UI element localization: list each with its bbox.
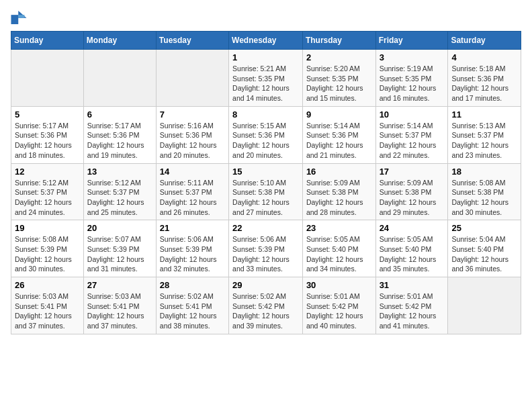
day-info: Sunrise: 5:13 AMSunset: 5:37 PMDaylight:… (451, 121, 517, 161)
day-number: 5 (15, 109, 80, 120)
day-number: 13 (87, 167, 152, 177)
day-number: 9 (306, 109, 372, 120)
svg-marker-2 (18, 15, 24, 18)
day-number: 22 (232, 223, 299, 233)
day-number: 20 (87, 223, 152, 233)
day-info: Sunrise: 5:16 AMSunset: 5:36 PMDaylight:… (160, 121, 225, 161)
day-info: Sunrise: 5:06 AMSunset: 5:39 PMDaylight:… (160, 234, 225, 274)
day-number: 17 (380, 167, 445, 177)
calendar-cell: 4Sunrise: 5:18 AMSunset: 5:36 PMDaylight… (448, 50, 521, 107)
day-info: Sunrise: 5:14 AMSunset: 5:37 PMDaylight:… (380, 121, 445, 161)
calendar-cell: 21Sunrise: 5:06 AMSunset: 5:39 PMDayligh… (156, 220, 228, 277)
day-number: 26 (15, 280, 80, 290)
calendar-cell: 6Sunrise: 5:17 AMSunset: 5:36 PMDaylight… (83, 106, 156, 163)
day-info: Sunrise: 5:04 AMSunset: 5:40 PMDaylight:… (451, 234, 517, 274)
header (11, 11, 521, 24)
calendar-cell (83, 50, 156, 107)
header-day-wednesday: Wednesday (229, 32, 303, 50)
calendar-cell: 23Sunrise: 5:05 AMSunset: 5:40 PMDayligh… (302, 220, 375, 277)
calendar-cell: 12Sunrise: 5:12 AMSunset: 5:37 PMDayligh… (11, 163, 84, 220)
day-info: Sunrise: 5:08 AMSunset: 5:38 PMDaylight:… (451, 178, 517, 218)
header-row: SundayMondayTuesdayWednesdayThursdayFrid… (11, 32, 521, 50)
day-info: Sunrise: 5:01 AMSunset: 5:42 PMDaylight:… (380, 291, 445, 331)
calendar-cell: 14Sunrise: 5:11 AMSunset: 5:37 PMDayligh… (156, 163, 228, 220)
day-info: Sunrise: 5:17 AMSunset: 5:36 PMDaylight:… (15, 121, 80, 161)
header-day-thursday: Thursday (302, 32, 375, 50)
calendar-cell: 29Sunrise: 5:02 AMSunset: 5:42 PMDayligh… (229, 277, 303, 334)
calendar-cell: 5Sunrise: 5:17 AMSunset: 5:36 PMDaylight… (11, 106, 84, 163)
calendar-cell: 2Sunrise: 5:20 AMSunset: 5:35 PMDaylight… (302, 50, 375, 107)
day-number: 28 (160, 280, 225, 290)
calendar-cell: 10Sunrise: 5:14 AMSunset: 5:37 PMDayligh… (375, 106, 448, 163)
day-number: 4 (451, 52, 517, 62)
day-number: 7 (160, 109, 225, 120)
calendar-cell (156, 50, 228, 107)
day-info: Sunrise: 5:15 AMSunset: 5:36 PMDaylight:… (232, 121, 299, 161)
calendar-cell: 11Sunrise: 5:13 AMSunset: 5:37 PMDayligh… (448, 106, 521, 163)
calendar-cell: 15Sunrise: 5:10 AMSunset: 5:38 PMDayligh… (229, 163, 303, 220)
day-info: Sunrise: 5:11 AMSunset: 5:37 PMDaylight:… (160, 178, 225, 218)
calendar-cell: 28Sunrise: 5:02 AMSunset: 5:41 PMDayligh… (156, 277, 228, 334)
day-info: Sunrise: 5:20 AMSunset: 5:35 PMDaylight:… (306, 64, 372, 103)
day-info: Sunrise: 5:10 AMSunset: 5:38 PMDaylight:… (232, 178, 299, 218)
calendar-cell: 18Sunrise: 5:08 AMSunset: 5:38 PMDayligh… (448, 163, 521, 220)
day-number: 2 (306, 52, 372, 62)
week-row-1: 5Sunrise: 5:17 AMSunset: 5:36 PMDaylight… (11, 106, 521, 163)
day-info: Sunrise: 5:03 AMSunset: 5:41 PMDaylight:… (15, 291, 80, 331)
day-number: 18 (451, 167, 517, 177)
day-info: Sunrise: 5:17 AMSunset: 5:36 PMDaylight:… (87, 121, 152, 161)
logo (11, 11, 30, 24)
day-info: Sunrise: 5:18 AMSunset: 5:36 PMDaylight:… (451, 64, 517, 103)
day-number: 6 (87, 109, 152, 120)
week-row-4: 26Sunrise: 5:03 AMSunset: 5:41 PMDayligh… (11, 277, 521, 334)
calendar-cell: 8Sunrise: 5:15 AMSunset: 5:36 PMDaylight… (229, 106, 303, 163)
svg-rect-0 (11, 15, 18, 24)
week-row-2: 12Sunrise: 5:12 AMSunset: 5:37 PMDayligh… (11, 163, 521, 220)
day-info: Sunrise: 5:19 AMSunset: 5:35 PMDaylight:… (380, 64, 445, 103)
day-info: Sunrise: 5:02 AMSunset: 5:41 PMDaylight:… (160, 291, 225, 331)
day-info: Sunrise: 5:12 AMSunset: 5:37 PMDaylight:… (15, 178, 80, 218)
header-day-saturday: Saturday (448, 32, 521, 50)
calendar-cell: 1Sunrise: 5:21 AMSunset: 5:35 PMDaylight… (229, 50, 303, 107)
day-info: Sunrise: 5:05 AMSunset: 5:40 PMDaylight:… (306, 234, 372, 274)
week-row-3: 19Sunrise: 5:08 AMSunset: 5:39 PMDayligh… (11, 220, 521, 277)
day-info: Sunrise: 5:01 AMSunset: 5:42 PMDaylight:… (306, 291, 372, 331)
day-info: Sunrise: 5:21 AMSunset: 5:35 PMDaylight:… (232, 64, 299, 103)
day-info: Sunrise: 5:02 AMSunset: 5:42 PMDaylight:… (232, 291, 299, 331)
calendar-cell: 19Sunrise: 5:08 AMSunset: 5:39 PMDayligh… (11, 220, 84, 277)
week-row-0: 1Sunrise: 5:21 AMSunset: 5:35 PMDaylight… (11, 50, 521, 107)
logo-icon (11, 11, 27, 24)
day-number: 25 (451, 223, 517, 233)
day-number: 30 (306, 280, 372, 290)
day-number: 27 (87, 280, 152, 290)
day-number: 11 (451, 109, 517, 120)
day-number: 15 (232, 167, 299, 177)
header-day-monday: Monday (83, 32, 156, 50)
calendar-cell: 24Sunrise: 5:05 AMSunset: 5:40 PMDayligh… (375, 220, 448, 277)
header-day-tuesday: Tuesday (156, 32, 228, 50)
day-number: 21 (160, 223, 225, 233)
calendar-cell (11, 50, 84, 107)
header-day-sunday: Sunday (11, 32, 84, 50)
day-number: 3 (380, 52, 445, 62)
calendar-cell: 7Sunrise: 5:16 AMSunset: 5:36 PMDaylight… (156, 106, 228, 163)
calendar-cell: 26Sunrise: 5:03 AMSunset: 5:41 PMDayligh… (11, 277, 84, 334)
calendar-cell: 25Sunrise: 5:04 AMSunset: 5:40 PMDayligh… (448, 220, 521, 277)
day-info: Sunrise: 5:05 AMSunset: 5:40 PMDaylight:… (380, 234, 445, 274)
day-number: 16 (306, 167, 372, 177)
day-number: 8 (232, 109, 299, 120)
day-number: 10 (380, 109, 445, 120)
calendar-cell (448, 277, 521, 334)
day-number: 14 (160, 167, 225, 177)
day-number: 23 (306, 223, 372, 233)
day-number: 24 (380, 223, 445, 233)
day-info: Sunrise: 5:08 AMSunset: 5:39 PMDaylight:… (15, 234, 80, 274)
calendar-cell: 31Sunrise: 5:01 AMSunset: 5:42 PMDayligh… (375, 277, 448, 334)
calendar-cell: 22Sunrise: 5:06 AMSunset: 5:39 PMDayligh… (229, 220, 303, 277)
header-day-friday: Friday (375, 32, 448, 50)
day-info: Sunrise: 5:03 AMSunset: 5:41 PMDaylight:… (87, 291, 152, 331)
day-number: 29 (232, 280, 299, 290)
day-info: Sunrise: 5:09 AMSunset: 5:38 PMDaylight:… (306, 178, 372, 218)
day-info: Sunrise: 5:06 AMSunset: 5:39 PMDaylight:… (232, 234, 299, 274)
day-info: Sunrise: 5:12 AMSunset: 5:37 PMDaylight:… (87, 178, 152, 218)
